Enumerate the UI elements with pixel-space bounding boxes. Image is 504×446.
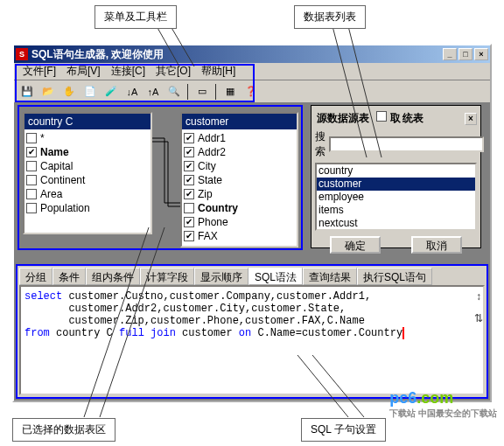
callout-selected-tables: 已选择的数据表区 xyxy=(12,418,116,442)
field-row[interactable]: Area xyxy=(26,187,149,201)
source-list[interactable]: countrycustomeremployeeitemsnextcustnext… xyxy=(315,163,477,231)
find-icon[interactable]: 🔍 xyxy=(164,83,184,101)
sys-table-label: 统表 xyxy=(402,111,424,126)
panel-country-header: country C xyxy=(24,114,150,129)
tab-1[interactable]: 条件 xyxy=(52,268,86,285)
open-icon[interactable]: 📂 xyxy=(38,83,58,101)
tab-5[interactable]: SQL语法 xyxy=(248,268,303,285)
source-panel: 源数据源表 取 统表 × 搜索 countrycustomeremployeei… xyxy=(311,105,481,248)
help-icon[interactable]: ❓ xyxy=(242,83,261,101)
sort-asc-icon[interactable]: ↓A xyxy=(122,83,142,101)
menu-other[interactable]: 其它[O] xyxy=(150,62,196,80)
maximize-button[interactable]: □ xyxy=(458,48,472,60)
doc-icon[interactable]: 📄 xyxy=(80,83,100,101)
field-row[interactable]: ✔Name xyxy=(26,145,149,159)
tab-6[interactable]: 查询结果 xyxy=(303,268,357,285)
hand-icon[interactable]: ✋ xyxy=(60,83,79,101)
titlebar: S SQL语句生成器, 欢迎你使用 _ □ × xyxy=(14,45,490,63)
panel-customer-header: customer xyxy=(182,114,297,129)
ok-button[interactable]: 确定 xyxy=(330,236,381,254)
close-button[interactable]: × xyxy=(474,48,488,60)
menu-connect[interactable]: 连接[C] xyxy=(106,62,150,80)
source-item[interactable]: customer xyxy=(317,178,475,191)
source-title: 源数据源表 xyxy=(317,111,369,126)
source-item[interactable]: employee xyxy=(317,191,475,204)
tab-7[interactable]: 执行SQL语句 xyxy=(357,268,432,285)
menu-file[interactable]: 文件[F] xyxy=(18,62,61,80)
menubar: 文件[F] 布局[V] 连接[C] 其它[O] 帮助[H] xyxy=(14,63,490,80)
field-row[interactable]: ✔State xyxy=(184,173,295,187)
source-item[interactable]: country xyxy=(317,164,475,178)
sql-editor[interactable]: select customer.Custno,customer.Company,… xyxy=(19,285,485,395)
source-close-button[interactable]: × xyxy=(465,113,477,125)
save-icon[interactable]: 💾 xyxy=(18,83,37,101)
callout-menu-toolbar: 菜单及工具栏 xyxy=(94,5,177,29)
move-down-icon[interactable]: ⇅ xyxy=(474,312,483,324)
tab-2[interactable]: 组内条件 xyxy=(86,268,140,285)
client-area: country C *✔NameCapitalContinentAreaPopu… xyxy=(14,103,490,401)
field-row[interactable]: Population xyxy=(26,201,149,215)
tab-3[interactable]: 计算字段 xyxy=(140,268,194,285)
move-up-icon[interactable]: ↕ xyxy=(476,290,481,303)
cancel-button[interactable]: 取消 xyxy=(411,236,462,254)
grid-icon[interactable]: ▦ xyxy=(220,83,240,101)
toolbar: 💾 📂 ✋ 📄 🧪 ↓A ↑A 🔍 ▭ ▦ ❓ xyxy=(14,80,490,103)
tab-0[interactable]: 分组 xyxy=(19,268,52,285)
panel-customer: customer ✔Addr1✔Addr2✔City✔State✔ZipCoun… xyxy=(180,112,298,247)
field-row[interactable]: * xyxy=(26,131,149,145)
field-row[interactable]: ✔Addr2 xyxy=(184,145,295,159)
field-row[interactable]: ✔City xyxy=(184,159,295,173)
sort-desc-icon[interactable]: ↑A xyxy=(144,83,163,101)
app-window: S SQL语句生成器, 欢迎你使用 _ □ × 文件[F] 布局[V] 连接[C… xyxy=(12,44,492,402)
field-row[interactable]: ✔Addr1 xyxy=(184,131,295,145)
source-item[interactable]: nextord xyxy=(317,230,475,231)
callout-table-list: 数据表列表 xyxy=(294,5,366,29)
window-icon[interactable]: ▭ xyxy=(192,83,212,101)
bottle-icon[interactable]: 🧪 xyxy=(102,83,121,101)
sys-table-checkbox[interactable] xyxy=(376,111,387,122)
source-item[interactable]: nextcust xyxy=(317,217,475,230)
search-input[interactable] xyxy=(329,136,484,152)
field-row[interactable]: ✔FAX xyxy=(184,229,295,243)
tab-row: 分组条件组内条件计算字段显示顺序SQL语法查询结果执行SQL语句 xyxy=(19,268,485,285)
panel-customer-list: ✔Addr1✔Addr2✔City✔State✔ZipCountry✔Phone… xyxy=(182,129,297,245)
field-row[interactable]: Capital xyxy=(26,159,149,173)
menu-view[interactable]: 布局[V] xyxy=(61,62,106,80)
app-icon: S xyxy=(16,48,28,60)
field-row[interactable]: ✔Zip xyxy=(184,187,295,201)
menu-help[interactable]: 帮助[H] xyxy=(196,62,241,80)
callout-sql-clause: SQL 子句设置 xyxy=(301,418,386,442)
minimize-button[interactable]: _ xyxy=(443,48,457,60)
source-item[interactable]: items xyxy=(317,204,475,217)
field-row[interactable]: ✔Phone xyxy=(184,215,295,229)
field-row[interactable]: Country xyxy=(184,201,295,215)
window-title: SQL语句生成器, 欢迎你使用 xyxy=(32,47,441,62)
panel-country-list: *✔NameCapitalContinentAreaPopulation xyxy=(24,129,150,217)
field-row[interactable]: Continent xyxy=(26,173,149,187)
search-label: 搜索 xyxy=(315,129,326,159)
panel-country: country C *✔NameCapitalContinentAreaPopu… xyxy=(23,112,152,234)
tab-4[interactable]: 显示顺序 xyxy=(194,268,248,285)
sql-tabs-area: 分组条件组内条件计算字段显示顺序SQL语法查询结果执行SQL语句 select … xyxy=(16,264,488,399)
